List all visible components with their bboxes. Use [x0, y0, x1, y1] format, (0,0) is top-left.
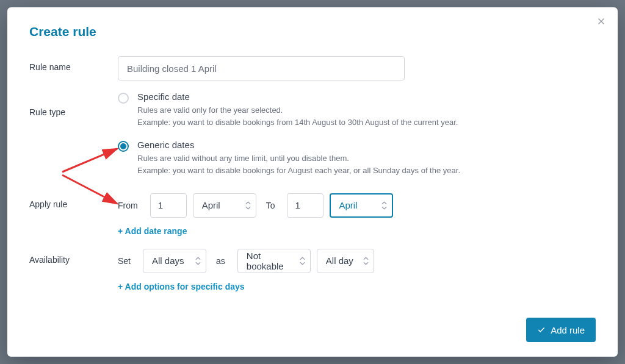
add-date-range-link[interactable]: + Add date range — [118, 226, 187, 236]
chevron-updown-icon — [195, 257, 201, 265]
add-rule-button[interactable]: Add rule — [526, 318, 596, 342]
row-availability: Availability Set All days as Not bookabl… — [29, 249, 596, 292]
chevron-updown-icon — [300, 257, 305, 265]
modal-title: Create rule — [29, 24, 596, 39]
set-label: Set — [118, 256, 131, 266]
specific-date-desc2: Example: you want to disable bookings fr… — [137, 116, 458, 129]
radio-specific-date[interactable] — [118, 93, 129, 104]
check-icon — [537, 326, 546, 334]
radio-generic-dates[interactable] — [118, 141, 129, 152]
row-rule-type: Rule type Specific date Rules are valid … — [29, 91, 596, 177]
days-select[interactable]: All days — [143, 249, 206, 273]
to-day-input[interactable] — [287, 193, 323, 218]
bookable-select[interactable]: Not bookable — [237, 249, 311, 273]
chevron-updown-icon — [245, 201, 251, 210]
label-rule-type: Rule type — [29, 91, 118, 117]
specific-date-title: Specific date — [137, 91, 458, 102]
close-icon[interactable] — [596, 16, 608, 28]
time-select[interactable]: All day — [317, 249, 374, 273]
chevron-updown-icon — [363, 257, 369, 265]
row-rule-name: Rule name — [29, 56, 596, 80]
rule-name-input[interactable] — [118, 56, 405, 80]
from-label: From — [118, 201, 138, 210]
from-month-select[interactable]: April — [193, 193, 256, 218]
modal-footer: Add rule — [29, 318, 596, 342]
to-month-select[interactable]: April — [330, 193, 393, 218]
label-apply-rule: Apply rule — [29, 193, 118, 209]
row-apply-rule: Apply rule From April To April — [29, 193, 596, 237]
generic-dates-desc2: Example: you want to disable bookings fo… — [137, 165, 460, 177]
as-label: as — [216, 256, 225, 266]
label-availability: Availability — [29, 249, 118, 265]
label-rule-name: Rule name — [29, 56, 118, 72]
generic-dates-desc1: Rules are valid without any time limit, … — [137, 152, 460, 165]
to-label: To — [266, 201, 275, 210]
option-specific-date[interactable]: Specific date Rules are valid only for t… — [118, 91, 596, 129]
add-options-link[interactable]: + Add options for specific days — [118, 282, 245, 291]
from-day-input[interactable] — [150, 193, 187, 218]
chevron-updown-icon — [381, 201, 387, 210]
option-generic-dates[interactable]: Generic dates Rules are valid without an… — [118, 140, 596, 177]
create-rule-modal: Create rule Rule name Rule type Specific… — [7, 7, 618, 357]
specific-date-desc1: Rules are valid only for the year select… — [137, 104, 458, 116]
generic-dates-title: Generic dates — [137, 140, 460, 150]
